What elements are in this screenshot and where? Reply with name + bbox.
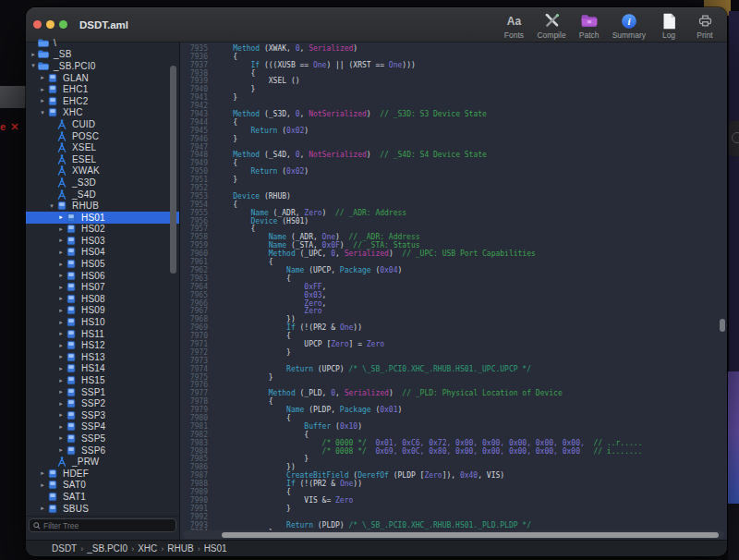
minimize-button[interactable] [46,20,55,29]
tree-item-ehc1[interactable]: ▸EHC1 [26,83,179,95]
chevron-right-icon[interactable]: ▸ [38,85,47,94]
status-path-segment[interactable]: DSDT [52,543,77,554]
status-path-segment[interactable]: XHC [138,543,157,554]
tree-item-cuid[interactable]: CUID [26,118,179,130]
filter-field[interactable] [29,518,176,532]
chevron-right-icon[interactable]: ▸ [56,410,66,420]
tree-item-label: HS05 [81,259,105,269]
tree-item-hs03[interactable]: ▸HS03 [26,235,179,247]
tree-item-sb[interactable]: ▸_SB [26,49,179,61]
chevron-right-icon[interactable]: ▸ [56,213,66,222]
chevron-down-icon[interactable]: ▾ [29,61,38,70]
status-path-segment[interactable]: HS01 [204,543,227,554]
chevron-right-icon[interactable]: ▸ [56,260,66,269]
tree-item-ehc2[interactable]: ▸EHC2 [26,95,179,107]
background-red-text: e ✕ [0,121,24,136]
tree-item-ssp3[interactable]: ▸SSP3 [26,409,179,421]
chevron-right-icon[interactable]: ▸ [56,422,66,432]
chevron-right-icon[interactable]: ▸ [56,445,66,455]
chevron-right-icon[interactable]: ▸ [56,329,66,338]
patch-button[interactable]: Patch [576,12,602,40]
horizontal-scrollbar-thumb[interactable] [222,532,719,538]
tree-item-hs13[interactable]: ▸HS13 [26,351,179,363]
status-path-segment[interactable]: RHUB [167,543,193,554]
chevron-down-icon[interactable]: ▾ [47,201,56,211]
tree-item-xhc[interactable]: ▾XHC [26,107,179,119]
chevron-right-icon[interactable]: ▸ [56,283,66,292]
tree-item-hs07[interactable]: ▸HS07 [26,281,179,293]
chevron-right-icon[interactable]: ▸ [56,271,66,280]
chevron-right-icon[interactable]: ▸ [38,96,47,105]
tree-item-ssp4[interactable]: ▸SSP4 [26,421,179,433]
log-button[interactable]: Log [656,12,682,40]
tree-item-sat0[interactable]: ▸SAT0 [26,480,179,492]
chevron-right-icon[interactable]: ▸ [56,306,66,315]
tree-item-ssp1[interactable]: ▸SSP1 [26,386,179,398]
tree-item-s4d[interactable]: _S4D [26,189,179,201]
chevron-right-icon[interactable]: ▸ [38,504,47,513]
tree-item-xsel[interactable]: XSEL [26,141,179,153]
method-icon [56,177,68,188]
chevron-right-icon[interactable]: ▸ [56,399,66,408]
zoom-button[interactable] [59,20,67,29]
tree-item-hs09[interactable]: ▸HS09 [26,305,179,317]
tree-item-hs01[interactable]: ▸HS01 [26,212,179,224]
chevron-down-icon[interactable]: ▾ [38,108,47,117]
close-button[interactable] [33,20,42,29]
tree-item-hs04[interactable]: ▸HS04 [26,247,179,259]
summary-button[interactable]: iSummary [612,12,646,40]
tree-item-posc[interactable]: POSC [26,130,179,142]
chevron-right-icon[interactable]: ▸ [56,364,66,373]
chevron-right-icon[interactable]: ▸ [38,73,47,82]
print-button[interactable]: Print [692,12,718,40]
tree-item-hs15[interactable]: ▸HS15 [26,374,179,386]
vertical-scrollbar-thumb[interactable] [720,319,725,332]
chevron-right-icon[interactable]: ▸ [29,50,38,59]
tree-item-s3d[interactable]: _S3D [26,177,179,189]
device-icon [66,236,78,246]
tree-item-sat1[interactable]: SAT1 [26,491,179,503]
tree-item-ssp5[interactable]: ▸SSP5 [26,432,179,444]
status-path-segment[interactable]: _SB.PCI0 [87,543,127,554]
tree-item-hs12[interactable]: ▸HS12 [26,339,179,351]
filter-input[interactable] [43,521,172,530]
tree-item-hs06[interactable]: ▸HS06 [26,270,179,282]
tree-item-hs14[interactable]: ▸HS14 [26,363,179,375]
chevron-right-icon[interactable]: ▸ [56,376,66,385]
code-editor[interactable]: 79347935 Method (XWAK, 0, Serialized)793… [180,43,727,540]
chevron-right-icon[interactable]: ▸ [56,387,66,396]
chevron-right-icon[interactable]: ▸ [56,225,66,234]
tree-item-esel[interactable]: ESEL [26,153,179,165]
tree-item-label: SSP3 [81,410,105,420]
chevron-right-icon[interactable]: ▸ [56,236,66,245]
tree-item-xwak[interactable]: XWAK [26,165,179,177]
tree-item-sbpci0[interactable]: ▾_SB.PCI0 [26,60,179,72]
tree-item-prw[interactable]: _PRW [26,456,179,468]
tree-item-hs08[interactable]: ▸HS08 [26,293,179,305]
tree-item-hdef[interactable]: ▸HDEF [26,468,179,480]
tree-item-sbus[interactable]: ▸SBUS [26,503,179,515]
chevron-right-icon[interactable]: ▸ [56,318,66,327]
tree-item-hs02[interactable]: ▸HS02 [26,224,179,236]
chevron-right-icon[interactable]: ▸ [56,294,66,303]
device-icon [66,329,78,339]
chevron-right-icon[interactable]: ▸ [38,481,47,490]
chevron-right-icon[interactable]: ▸ [56,433,66,443]
tree-item-label: _SB [54,49,72,59]
chevron-right-icon[interactable]: ▸ [56,341,66,350]
chevron-right-icon[interactable]: ▸ [56,248,66,257]
tree-item-hs11[interactable]: ▸HS11 [26,328,179,340]
compile-button[interactable]: Compile [537,12,565,40]
tree-item-ssp6[interactable]: ▸SSP6 [26,444,179,457]
tree-item-label: EHC1 [63,84,88,94]
tree-item-ssp2[interactable]: ▸SSP2 [26,397,179,409]
tree-item-rhub[interactable]: ▾RHUB [26,200,179,212]
tree-item-hs05[interactable]: ▸HS05 [26,258,179,270]
tree-item-glan[interactable]: ▸GLAN [26,72,179,84]
chevron-right-icon[interactable]: ▸ [56,352,66,361]
chevron-right-icon[interactable]: ▸ [38,469,47,478]
fonts-button[interactable]: AaFonts [501,12,527,40]
sidebar-scrollbar[interactable] [170,66,176,274]
tree-item-[interactable]: \ [26,37,179,49]
tree-item-hs10[interactable]: ▸HS10 [26,316,179,328]
